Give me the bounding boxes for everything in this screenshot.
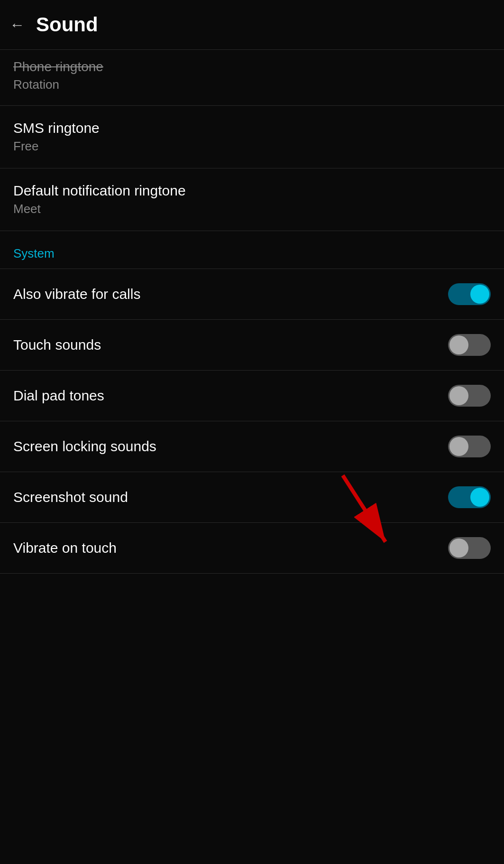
screen-locking-sounds-title: Screen locking sounds [13,438,156,455]
screen-locking-sounds-toggle[interactable] [448,436,491,457]
sms-ringtone-item[interactable]: SMS ringtone Free [0,106,504,168]
app-header: ← Sound [0,0,504,49]
dial-pad-tones-title: Dial pad tones [13,388,104,404]
touch-sounds-toggle[interactable] [448,334,491,356]
system-section-title: System [13,246,55,260]
toggle-thumb [470,488,489,507]
divider-10 [0,573,504,574]
vibrate-on-touch-title: Vibrate on touch [13,540,117,556]
phone-ringtone-item[interactable]: Phone ringtone Rotation [0,50,504,105]
toggle-thumb [449,437,468,456]
default-notification-ringtone-subtitle: Meet [13,202,186,216]
dial-pad-tones-item[interactable]: Dial pad tones [0,371,504,421]
vibrate-on-touch-item[interactable]: Vibrate on touch [0,523,504,573]
sms-ringtone-text: SMS ringtone Free [13,120,100,154]
default-notification-ringtone-title: Default notification ringtone [13,183,186,199]
vibrate-on-touch-row: Vibrate on touch [0,523,504,573]
also-vibrate-for-calls-title: Also vibrate for calls [13,286,140,302]
phone-ringtone-title: Phone ringtone [13,59,491,74]
screenshot-sound-item[interactable]: Screenshot sound [0,472,504,522]
page-title: Sound [36,13,98,36]
back-button[interactable]: ← [9,17,25,32]
screenshot-sound-title: Screenshot sound [13,489,128,505]
system-section-header: System [0,231,504,269]
screenshot-sound-toggle[interactable] [448,486,491,508]
toggle-thumb [449,386,468,405]
toggle-thumb [470,285,489,304]
default-notification-ringtone-text: Default notification ringtone Meet [13,183,186,216]
dial-pad-tones-toggle[interactable] [448,385,491,407]
screen-locking-sounds-item[interactable]: Screen locking sounds [0,421,504,472]
toggle-thumb [449,539,468,557]
also-vibrate-for-calls-item[interactable]: Also vibrate for calls [0,269,504,319]
phone-ringtone-subtitle: Rotation [13,77,491,92]
also-vibrate-for-calls-toggle[interactable] [448,283,491,305]
touch-sounds-item[interactable]: Touch sounds [0,320,504,370]
vibrate-on-touch-toggle[interactable] [448,537,491,559]
touch-sounds-title: Touch sounds [13,337,101,353]
sms-ringtone-subtitle: Free [13,139,100,154]
sms-ringtone-title: SMS ringtone [13,120,100,136]
default-notification-ringtone-item[interactable]: Default notification ringtone Meet [0,168,504,231]
toggle-thumb [449,335,468,354]
